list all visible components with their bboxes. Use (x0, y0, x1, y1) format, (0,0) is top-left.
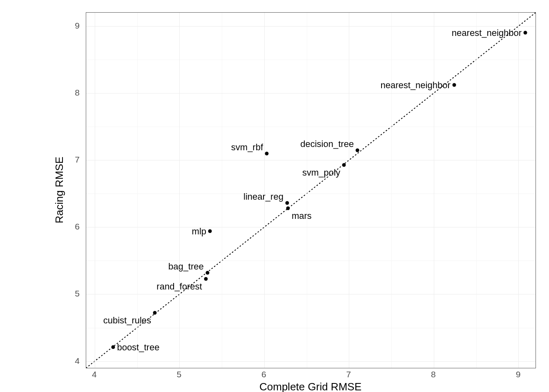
y-tick-label: 6 (67, 222, 80, 232)
grid-major-v (434, 13, 434, 368)
grid-major-v (95, 13, 95, 368)
grid-major-h (86, 93, 536, 94)
grid-minor-v (307, 13, 307, 368)
data-label: boost_tree (117, 342, 159, 353)
x-axis-label: Complete Grid RMSE (86, 381, 535, 392)
data-point (205, 271, 209, 274)
x-tick-label: 8 (431, 370, 436, 379)
x-tick-label: 9 (516, 370, 521, 379)
x-tick-label: 4 (92, 370, 97, 379)
data-label: nearest_neighbor (452, 28, 522, 38)
y-tick-label: 9 (67, 21, 80, 31)
data-point (342, 163, 346, 167)
data-label: mars (292, 211, 312, 221)
grid-major-h (86, 160, 536, 160)
grid-minor-v (391, 13, 392, 368)
data-label: bag_tree (168, 261, 204, 272)
scatter-chart: boost_treecubist_rulesrand_forestbag_tre… (4, 4, 543, 388)
data-label: mlp (192, 226, 206, 237)
data-point (452, 83, 456, 87)
grid-major-h (86, 361, 536, 362)
data-point (285, 201, 289, 205)
data-point (265, 151, 269, 155)
data-label: nearest_neighbor (381, 80, 451, 91)
data-label: svm_rbf (231, 142, 263, 153)
grid-minor-v (476, 13, 477, 368)
svg-line-0 (86, 13, 536, 368)
y-axis-label: Racing RMSE (53, 12, 66, 368)
grid-minor-h (86, 328, 536, 328)
data-label: decision_tree (300, 139, 354, 149)
data-point (204, 277, 208, 281)
grid-major-v (349, 13, 349, 368)
grid-minor-h (86, 194, 536, 194)
y-tick-label: 8 (67, 88, 80, 98)
data-label: rand_forest (156, 281, 202, 292)
y-tick-label: 5 (67, 289, 80, 298)
grid-major-h (86, 26, 536, 27)
data-label: cubist_rules (103, 315, 151, 326)
grid-minor-v (137, 13, 138, 368)
x-tick-label: 7 (346, 370, 351, 379)
data-point (112, 345, 115, 349)
data-point (153, 311, 157, 315)
grid-major-v (179, 13, 180, 368)
data-point (286, 207, 290, 210)
x-tick-label: 6 (261, 370, 266, 379)
grid-minor-h (86, 261, 536, 261)
data-point (524, 31, 527, 35)
data-label: svm_poly (302, 167, 340, 178)
data-point (356, 148, 359, 152)
grid-minor-h (86, 60, 536, 60)
grid-major-v (518, 13, 519, 368)
grid-minor-v (222, 13, 222, 368)
grid-major-h (86, 227, 536, 227)
y-tick-label: 4 (67, 356, 80, 366)
plot-area: boost_treecubist_rulesrand_forestbag_tre… (86, 12, 536, 368)
y-tick-label: 7 (67, 155, 80, 165)
data-label: linear_reg (243, 192, 283, 202)
grid-major-v (264, 13, 265, 368)
grid-major-h (86, 294, 536, 294)
x-tick-label: 5 (176, 370, 181, 379)
grid-minor-h (86, 127, 536, 127)
data-point (208, 229, 212, 233)
diagonal-reference-line (86, 13, 536, 368)
